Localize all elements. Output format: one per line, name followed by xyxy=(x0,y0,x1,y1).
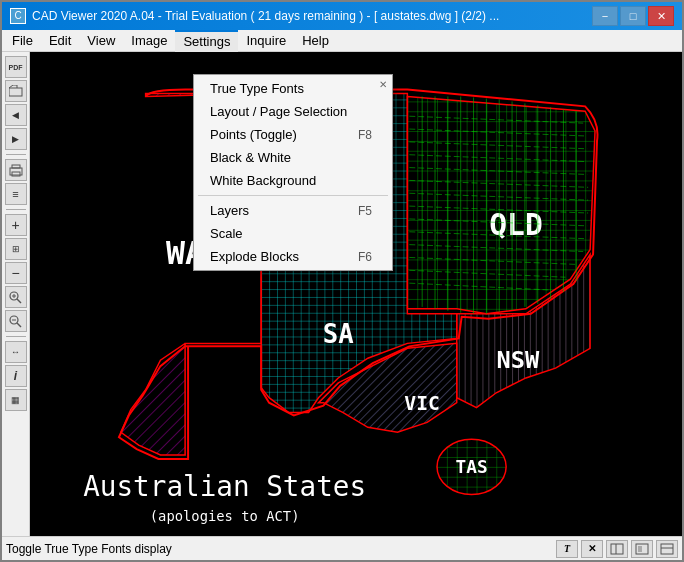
svg-rect-59 xyxy=(661,544,673,554)
status-icon-layout1[interactable] xyxy=(606,540,628,558)
dropdown-close-button[interactable]: ✕ xyxy=(376,77,390,91)
status-icon-layout3[interactable] xyxy=(656,540,678,558)
status-bar: Toggle True Type Fonts display T ✕ xyxy=(2,536,682,560)
tool-zoom-fit[interactable]: ⊞ xyxy=(5,238,27,260)
tool-layer-list[interactable]: ▦ xyxy=(5,389,27,411)
tool-forward[interactable]: ▶ xyxy=(5,128,27,150)
tool-zoom-window[interactable] xyxy=(5,286,27,308)
menu-inquire[interactable]: Inquire xyxy=(238,30,294,52)
status-icon-x[interactable]: ✕ xyxy=(581,540,603,558)
svg-marker-23 xyxy=(407,96,595,313)
minimize-button[interactable]: − xyxy=(592,6,618,26)
tool-layers[interactable]: ≡ xyxy=(5,183,27,205)
main-window: C CAD Viewer 2020 A.04 - Trial Evaluatio… xyxy=(0,0,684,562)
menu-true-type-fonts[interactable]: True Type Fonts xyxy=(194,77,392,100)
menu-help[interactable]: Help xyxy=(294,30,337,52)
drawing-subtitle: (apologies to ACT) xyxy=(150,508,300,524)
app-icon: C xyxy=(10,8,26,24)
separator-2 xyxy=(6,209,26,210)
status-icon-t[interactable]: T xyxy=(556,540,578,558)
svg-line-5 xyxy=(17,299,21,303)
left-toolbar: PDF ◀ ▶ ≡ + ⊞ − ↔ i ▦ xyxy=(2,52,30,536)
tool-zoom-out[interactable]: − xyxy=(5,262,27,284)
svg-line-9 xyxy=(17,323,21,327)
tool-print[interactable] xyxy=(5,159,27,181)
svg-rect-58 xyxy=(638,546,642,552)
tool-back[interactable]: ◀ xyxy=(5,104,27,126)
menu-bar: File Edit View Image Settings Inquire He… xyxy=(2,30,682,52)
title-bar: C CAD Viewer 2020 A.04 - Trial Evaluatio… xyxy=(2,2,682,30)
window-controls: − □ ✕ xyxy=(592,6,674,26)
svg-rect-55 xyxy=(611,544,623,554)
menu-layout-page-selection[interactable]: Layout / Page Selection xyxy=(194,100,392,123)
vic-label: VIC xyxy=(404,392,440,415)
settings-dropdown: ✕ True Type Fonts Layout / Page Selectio… xyxy=(193,74,393,271)
maximize-button[interactable]: □ xyxy=(620,6,646,26)
menu-file[interactable]: File xyxy=(4,30,41,52)
tool-open[interactable] xyxy=(5,80,27,102)
separator-3 xyxy=(6,336,26,337)
nsw-label: NSW xyxy=(497,346,541,374)
close-button[interactable]: ✕ xyxy=(648,6,674,26)
svg-rect-2 xyxy=(12,165,20,168)
tas-label: TAS xyxy=(456,457,488,477)
menu-settings[interactable]: Settings xyxy=(175,30,238,52)
status-icon-layout2[interactable] xyxy=(631,540,653,558)
drawing-title: Australian States xyxy=(83,470,366,503)
menu-black-white[interactable]: Black & White xyxy=(194,146,392,169)
menu-points-toggle[interactable]: Points (Toggle) F8 xyxy=(194,123,392,146)
tool-measure[interactable]: ↔ xyxy=(5,341,27,363)
menu-scale[interactable]: Scale xyxy=(194,222,392,245)
menu-separator xyxy=(198,195,388,196)
tool-pdf[interactable]: PDF xyxy=(5,56,27,78)
menu-layers[interactable]: Layers F5 xyxy=(194,199,392,222)
separator-1 xyxy=(6,154,26,155)
tool-info[interactable]: i xyxy=(5,365,27,387)
tool-zoom-in[interactable]: + xyxy=(5,214,27,236)
window-title: CAD Viewer 2020 A.04 - Trial Evaluation … xyxy=(32,9,592,23)
tool-zoom-out-window[interactable] xyxy=(5,310,27,332)
menu-image[interactable]: Image xyxy=(123,30,175,52)
status-icons: T ✕ xyxy=(556,540,678,558)
svg-rect-0 xyxy=(9,88,22,96)
menu-view[interactable]: View xyxy=(79,30,123,52)
menu-edit[interactable]: Edit xyxy=(41,30,79,52)
menu-explode-blocks[interactable]: Explode Blocks F6 xyxy=(194,245,392,268)
status-text: Toggle True Type Fonts display xyxy=(6,542,556,556)
cad-canvas: WA SA QLD NSW VIC TAS Australian States … xyxy=(30,52,682,536)
main-content: PDF ◀ ▶ ≡ + ⊞ − ↔ i ▦ xyxy=(2,52,682,536)
sa-label: SA xyxy=(323,319,354,349)
menu-white-background[interactable]: White Background xyxy=(194,169,392,192)
